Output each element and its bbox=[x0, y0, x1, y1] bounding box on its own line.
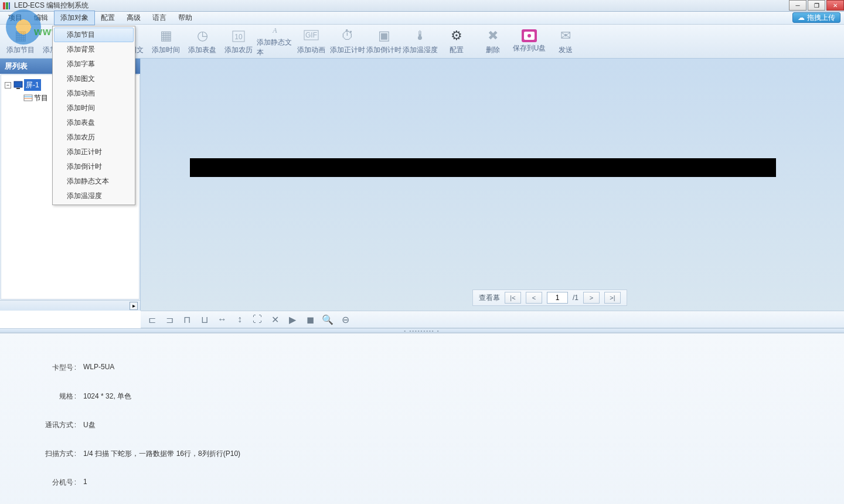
monitor-icon bbox=[13, 81, 23, 89]
title-bar: LED-ECS 编辑控制系统 ─ ❐ ✕ bbox=[0, 0, 844, 12]
app-icon bbox=[2, 2, 11, 10]
calendar-icon: ▦ bbox=[158, 28, 174, 44]
play-icon[interactable]: ▶ bbox=[286, 313, 299, 326]
info-label: 分机号 bbox=[35, 478, 76, 488]
close-button[interactable]: ✕ bbox=[826, 0, 844, 11]
svg-rect-1 bbox=[6, 2, 8, 9]
menu-advanced[interactable]: 高级 bbox=[121, 11, 147, 25]
info-label: 扫描方式 bbox=[35, 449, 76, 459]
window-controls: ─ ❐ ✕ bbox=[788, 0, 844, 11]
delete-icon: ✖ bbox=[485, 28, 501, 44]
dd-add-temp-humidity[interactable]: 添加温湿度 bbox=[54, 189, 134, 203]
tb-add-countup[interactable]: ⏱添加正计时 bbox=[329, 26, 366, 57]
menu-project[interactable]: 项目 bbox=[2, 11, 28, 25]
menu-edit[interactable]: 编辑 bbox=[28, 11, 54, 25]
menu-help[interactable]: 帮助 bbox=[172, 11, 198, 25]
stopwatch-icon: ⏱ bbox=[339, 28, 356, 44]
svg-text:GIF: GIF bbox=[305, 31, 317, 39]
upload-label: 拖拽上传 bbox=[807, 13, 835, 23]
dd-add-countup[interactable]: 添加正计时 bbox=[54, 145, 134, 159]
tb-add-lunar[interactable]: 10添加农历 bbox=[220, 26, 257, 57]
gear-icon: ⚙ bbox=[448, 28, 465, 44]
info-panel: 卡型号 WLP-5UA 规格 1024 * 32, 单色 通讯方式 U盘 扫描方… bbox=[0, 333, 844, 504]
gif-icon: GIF bbox=[303, 28, 319, 44]
save-usb-icon bbox=[522, 29, 537, 42]
collapse-icon[interactable]: − bbox=[5, 82, 11, 88]
align-top-icon[interactable]: ⊓ bbox=[181, 313, 193, 326]
dd-add-clock[interactable]: 添加表盘 bbox=[54, 115, 134, 130]
tb-send[interactable]: ✉发送 bbox=[547, 26, 584, 57]
tb-delete[interactable]: ✖删除 bbox=[475, 26, 511, 57]
page-navigator: 查看幕 |< < /1 > >| bbox=[472, 290, 627, 306]
svg-rect-2 bbox=[9, 2, 10, 9]
send-icon: ✉ bbox=[557, 28, 574, 44]
dd-add-time[interactable]: 添加时间 bbox=[54, 101, 134, 115]
menu-bar: 项目 编辑 添加对象 配置 高级 语言 帮助 ☁ 拖拽上传 bbox=[0, 12, 844, 25]
tb-add-clock[interactable]: ◷添加表盘 bbox=[184, 26, 220, 57]
dd-add-subtitle[interactable]: 添加字幕 bbox=[54, 57, 134, 71]
pager-prev-button[interactable]: < bbox=[526, 292, 542, 304]
cancel-icon[interactable]: ✕ bbox=[268, 313, 281, 326]
tb-add-gif[interactable]: GIF添加动画 bbox=[293, 26, 329, 57]
tb-add-time[interactable]: ▦添加时间 bbox=[148, 26, 184, 57]
stretch-horizontal-icon[interactable]: ↔ bbox=[216, 313, 229, 326]
splitter-handle[interactable]: • ••••••••• • bbox=[0, 328, 844, 333]
program-icon: ▦ bbox=[12, 28, 29, 44]
lunar-icon: 10 bbox=[230, 28, 247, 44]
zoom-in-icon[interactable]: 🔍 bbox=[321, 313, 334, 326]
dd-add-program[interactable]: 添加节目 bbox=[54, 28, 134, 42]
dd-add-image-text[interactable]: 添加图文 bbox=[54, 71, 134, 86]
menu-language[interactable]: 语言 bbox=[147, 11, 172, 25]
drag-upload-button[interactable]: ☁ 拖拽上传 bbox=[792, 12, 840, 23]
stop-icon[interactable]: ◼ bbox=[304, 313, 316, 326]
info-extension: 分机号 1 bbox=[35, 478, 809, 488]
tb-config[interactable]: ⚙配置 bbox=[438, 26, 475, 57]
dd-add-background[interactable]: 添加背景 bbox=[54, 42, 134, 57]
pager-current-input[interactable] bbox=[547, 292, 568, 304]
info-label: 通讯方式 bbox=[35, 420, 76, 430]
window-title: LED-ECS 编辑控制系统 bbox=[14, 1, 89, 11]
info-label: 规格 bbox=[35, 391, 76, 401]
maximize-button[interactable]: ❐ bbox=[808, 0, 825, 11]
tb-add-program[interactable]: ▦添加节目 bbox=[2, 26, 39, 57]
tb-add-countdown[interactable]: ▣添加倒计时 bbox=[366, 26, 402, 57]
minimize-button[interactable]: ─ bbox=[789, 0, 806, 11]
zoom-out-icon[interactable]: ⊖ bbox=[339, 313, 352, 326]
svg-rect-0 bbox=[3, 2, 5, 9]
info-value: 1 bbox=[83, 478, 87, 488]
dd-add-lunar[interactable]: 添加农历 bbox=[54, 130, 134, 145]
info-value: WLP-5UA bbox=[83, 363, 114, 373]
tb-save-usb[interactable]: 保存到U盘 bbox=[511, 26, 547, 57]
pager-next-button[interactable]: > bbox=[583, 292, 600, 304]
pager-label: 查看幕 bbox=[479, 293, 500, 303]
align-left-icon[interactable]: ⊏ bbox=[145, 313, 158, 326]
add-object-dropdown: 添加节目 添加背景 添加字幕 添加图文 添加动画 添加时间 添加表盘 添加农历 … bbox=[52, 26, 135, 205]
alignment-toolbar: ⊏ ⊐ ⊓ ⊔ ↔ ↕ ⛶ ✕ ▶ ◼ 🔍 ⊖ bbox=[141, 311, 844, 328]
dd-add-animation[interactable]: 添加动画 bbox=[54, 86, 134, 101]
pager-first-button[interactable]: |< bbox=[505, 292, 521, 304]
dd-add-static-text[interactable]: 添加静态文本 bbox=[54, 174, 134, 189]
preview-canvas[interactable] bbox=[141, 59, 844, 311]
led-preview-strip[interactable] bbox=[190, 158, 776, 177]
tree-root-label: 屏-1 bbox=[24, 79, 41, 91]
sidebar-footer: ▸ bbox=[0, 300, 140, 311]
tb-add-temp-humidity[interactable]: 🌡添加温湿度 bbox=[402, 26, 438, 57]
info-label: 卡型号 bbox=[35, 363, 76, 373]
countdown-icon: ▣ bbox=[376, 28, 392, 44]
pager-last-button[interactable]: >| bbox=[604, 292, 621, 304]
align-bottom-icon[interactable]: ⊔ bbox=[198, 313, 211, 326]
dd-add-countdown[interactable]: 添加倒计时 bbox=[54, 159, 134, 174]
info-scan: 扫描方式 1/4 扫描 下蛇形，一路数据带 16行，8列折行(P10) bbox=[35, 449, 809, 459]
stretch-vertical-icon[interactable]: ↕ bbox=[233, 313, 246, 326]
sidebar-toggle-button[interactable]: ▸ bbox=[130, 302, 138, 310]
thermometer-icon: 🌡 bbox=[412, 28, 428, 44]
menu-config[interactable]: 配置 bbox=[95, 11, 121, 25]
pager-total: /1 bbox=[573, 294, 578, 302]
tb-add-static-text[interactable]: A添加静态文本 bbox=[257, 26, 293, 57]
static-text-icon: A bbox=[267, 26, 283, 36]
align-right-icon[interactable]: ⊐ bbox=[163, 313, 176, 326]
svg-point-8 bbox=[528, 34, 531, 38]
menu-add-object[interactable]: 添加对象 bbox=[54, 11, 95, 25]
info-spec: 规格 1024 * 32, 单色 bbox=[35, 391, 809, 401]
fullscreen-icon[interactable]: ⛶ bbox=[251, 313, 264, 326]
